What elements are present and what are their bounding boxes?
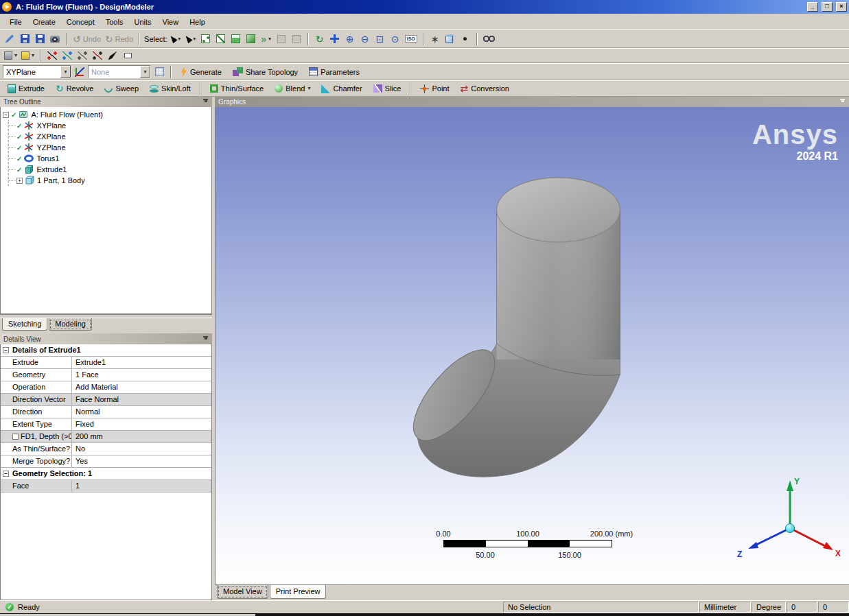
details-row-operation[interactable]: Operation Add Material [1, 381, 211, 394]
slice-button[interactable]: Slice [369, 82, 406, 95]
look-at-face-button[interactable]: ∗ [428, 32, 442, 46]
maximize-button[interactable]: □ [822, 2, 833, 12]
tab-sketching[interactable]: Sketching [2, 318, 47, 331]
tree-item-label: ZXPlane [36, 132, 65, 141]
pin-icon[interactable] [202, 98, 209, 106]
box-zoom-button[interactable]: ⊡ [373, 32, 387, 46]
plane-selector[interactable]: XYPlane ▾ [3, 65, 71, 78]
extend-selection-button[interactable]: » ▾ [259, 32, 273, 46]
details-row-as-thin-surface[interactable]: As Thin/Surface? No [1, 443, 211, 455]
sketching-pencil-button[interactable] [3, 32, 16, 46]
depth-checkbox[interactable] [12, 434, 19, 440]
collapse-box[interactable]: − [3, 471, 9, 477]
edge-type-button-4[interactable] [91, 49, 104, 62]
details-group-header[interactable]: − Details of Extrude1 [1, 344, 211, 357]
menu-item-units[interactable]: Units [128, 16, 156, 28]
details-row-extrude[interactable]: Extrude Extrude1 [1, 357, 211, 369]
yellow-swatch-icon [21, 51, 30, 60]
tree-item-zxplane[interactable]: ✓ ZXPlane [9, 131, 211, 142]
close-button[interactable]: × [836, 2, 847, 12]
sweep-button[interactable]: Sweep [100, 82, 143, 95]
tab-print-preview[interactable]: Print Preview [270, 585, 327, 599]
export-button[interactable] [33, 32, 47, 46]
details-row-extent-type[interactable]: Extent Type Fixed [1, 418, 211, 431]
lasso-select-button[interactable] [290, 32, 303, 46]
tree-item-torus1[interactable]: ✓ Torus1 [9, 153, 211, 164]
iso-view-button[interactable]: ISO [404, 32, 419, 46]
image-capture-button[interactable] [48, 32, 62, 46]
graphics-viewport[interactable]: Ansys 2024 R1 0.00 100.00 200.00 (mm) 50… [215, 107, 849, 584]
collapse-box[interactable]: − [3, 112, 9, 118]
tab-modeling[interactable]: Modeling [49, 318, 92, 331]
edge-type-button-1[interactable] [45, 49, 59, 62]
details-row-geometry[interactable]: Geometry 1 Face [1, 369, 211, 381]
zoom-out-button[interactable]: ⊖ [358, 32, 372, 46]
tab-model-view[interactable]: Model View [217, 585, 268, 599]
share-topology-button[interactable]: Share Topology [228, 65, 303, 79]
menu-item-create[interactable]: Create [27, 16, 61, 28]
collapse-box[interactable]: − [3, 347, 9, 353]
parameters-button[interactable]: Parameters [304, 65, 364, 79]
zoom-fit-button[interactable]: ⊙ [388, 32, 402, 46]
pin-icon[interactable] [839, 98, 846, 106]
edge-filter-button[interactable] [214, 32, 228, 46]
selection-filter-button[interactable]: ▾ [184, 32, 198, 46]
tree-item-xyplane[interactable]: ✓ XYPlane [9, 120, 211, 131]
new-sketch-button[interactable] [152, 65, 166, 79]
minimize-button[interactable]: _ [807, 2, 818, 12]
display-model-button[interactable] [443, 32, 457, 46]
details-row-face[interactable]: Face 1 [1, 480, 211, 493]
sketch-selector[interactable]: None ▾ [88, 65, 151, 78]
skin-loft-button[interactable]: Skin/Loft [145, 82, 196, 95]
body-filter-button[interactable] [244, 32, 258, 46]
menu-item-view[interactable]: View [157, 16, 185, 28]
details-row-direction-vector[interactable]: Direction Vector Face Normal [1, 394, 211, 406]
details-row-merge-topology[interactable]: Merge Topology? Yes [1, 455, 211, 468]
orientation-triad[interactable]: Y X Z [725, 473, 848, 562]
vertex-display-button[interactable] [458, 32, 472, 46]
details-row-direction[interactable]: Direction Normal [1, 406, 211, 418]
sketch-selector-arrow[interactable]: ▾ [140, 66, 150, 78]
tree-item-extrude1[interactable]: ✓ Extrude1 [9, 164, 211, 175]
box-select-button[interactable] [275, 32, 288, 46]
generate-button[interactable]: Generate [176, 65, 226, 79]
conversion-button[interactable]: ⇄ Conversion [456, 82, 514, 95]
viewport-button[interactable] [121, 49, 135, 62]
edge-direction-button[interactable] [106, 49, 119, 62]
view-settings-button[interactable] [482, 32, 496, 46]
display-style-dropdown[interactable]: ▾ [3, 49, 19, 62]
select-mode-button[interactable]: ▾ [169, 32, 183, 46]
thin-surface-button[interactable]: Thin/Surface [205, 82, 268, 95]
redo-button[interactable]: ↻ Redo [104, 32, 135, 46]
zoom-in-button[interactable]: ⊕ [343, 32, 357, 46]
revolve-button[interactable]: ↻ Revolve [51, 82, 98, 95]
tree-item-yzplane[interactable]: ✓ YZPlane [9, 142, 211, 153]
undo-button[interactable]: ↺ Undo [71, 32, 102, 46]
menu-item-concept[interactable]: Concept [61, 16, 100, 28]
plane-axes-button[interactable] [73, 65, 86, 79]
designmodeler-window: A: Fluid Flow (Fluent) - DesignModeler _… [0, 0, 849, 616]
extrude-button[interactable]: Extrude [3, 82, 49, 95]
tree-item-project[interactable]: − ✓ A: Fluid Flow (Fluent) [3, 109, 211, 120]
details-group-header-2[interactable]: − Geometry Selection: 1 [1, 468, 211, 480]
edge-type-button-2[interactable] [60, 49, 74, 62]
pan-button[interactable] [328, 32, 342, 46]
face-filter-button[interactable] [229, 32, 243, 46]
plane-selector-arrow[interactable]: ▾ [60, 66, 71, 78]
menu-item-tools[interactable]: Tools [100, 16, 129, 28]
tree-item-part-body[interactable]: + 1 Part, 1 Body [9, 175, 211, 186]
vertex-filter-button[interactable] [199, 32, 213, 46]
parameters-label: Parameters [321, 68, 360, 76]
save-project-button[interactable] [18, 32, 32, 46]
rotate-button[interactable]: ↻ [313, 32, 327, 46]
blend-button[interactable]: Blend ▾ [270, 82, 315, 95]
details-row-depth[interactable]: FD1, Depth (>0) 200 mm [1, 431, 211, 443]
chamfer-button[interactable]: Chamfer [316, 82, 367, 95]
point-button[interactable]: Point [415, 82, 454, 95]
expand-box[interactable]: + [16, 178, 23, 184]
pin-icon[interactable] [202, 335, 209, 343]
edge-type-button-3[interactable] [75, 49, 89, 62]
sketch-color-dropdown[interactable]: ▾ [20, 49, 36, 62]
menu-item-help[interactable]: Help [184, 16, 211, 28]
menu-item-file[interactable]: File [4, 16, 27, 28]
